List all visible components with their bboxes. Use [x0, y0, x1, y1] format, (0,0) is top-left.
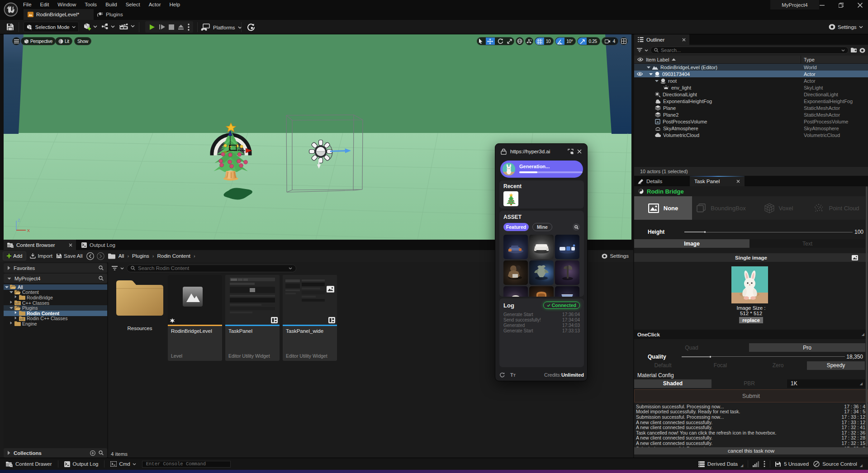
- outliner-row-directionallight[interactable]: DirectionalLight DirectionalLight: [634, 91, 868, 98]
- outliner-row-postprocess[interactable]: PostProcessVolume PostProcessVolume: [634, 118, 868, 125]
- tree-plugins[interactable]: Plugins: [4, 305, 107, 311]
- height-slider-left[interactable]: [684, 232, 704, 232]
- viewport-menu-icon[interactable]: [12, 37, 20, 45]
- mode-voxel-button[interactable]: Voxel: [750, 196, 807, 220]
- asset-thumb-3[interactable]: [555, 235, 579, 259]
- expand-arrow-icon[interactable]: [655, 80, 659, 82]
- tab-outliner[interactable]: Outliner: [634, 34, 689, 45]
- reference-image-bunny[interactable]: [731, 266, 768, 303]
- text-tool-icon[interactable]: TT: [510, 372, 516, 378]
- cancel-task-button[interactable]: cancel this task now: [634, 447, 868, 454]
- asset-thumb-4[interactable]: [503, 260, 528, 285]
- stop-button[interactable]: [169, 24, 174, 30]
- skip-button[interactable]: [159, 24, 166, 30]
- menu-window[interactable]: Window: [57, 2, 76, 7]
- speedy-button[interactable]: Speedy: [807, 361, 865, 370]
- chevron-down-icon[interactable]: [120, 267, 124, 270]
- close-icon[interactable]: [682, 38, 686, 42]
- outliner-row-root[interactable]: root Actor: [634, 77, 868, 84]
- tree-content[interactable]: Content: [4, 290, 107, 295]
- filter-icon[interactable]: [112, 266, 118, 271]
- asset-tile-taskpanel[interactable]: TaskPanel Editor Utility Widget: [225, 275, 280, 361]
- content-drawer-button[interactable]: Content Drawer: [0, 461, 58, 467]
- outliner-row-envlight[interactable]: env_light SkyLight: [634, 84, 868, 91]
- cmd-dropdown[interactable]: Cmd: [104, 461, 142, 467]
- menu-help[interactable]: Help: [170, 2, 180, 7]
- default-button[interactable]: Default: [634, 361, 692, 370]
- outliner-row-world[interactable]: RodinBridgeLevel (Editor) World: [634, 64, 868, 71]
- save-all-button[interactable]: Save All: [56, 253, 83, 259]
- unreal-logo-icon[interactable]: [3, 1, 19, 18]
- hyper3d-floating-window[interactable]: https://hyper3d.ai Generation... Recent …: [495, 143, 588, 381]
- tree-rodinbridge[interactable]: RodinBridge: [4, 295, 107, 300]
- viewport-perspective-dropdown[interactable]: Perspective: [21, 37, 56, 45]
- back-icon[interactable]: [86, 252, 94, 260]
- outliner-search-input[interactable]: Search...: [650, 47, 849, 54]
- asset-tile-resources[interactable]: Resources: [113, 275, 167, 361]
- platforms-dropdown[interactable]: Platforms: [201, 24, 242, 31]
- tab-image[interactable]: Image: [634, 239, 749, 248]
- project-header[interactable]: MyProject4: [4, 274, 107, 283]
- zero-button[interactable]: Zero: [749, 361, 807, 370]
- tab-output-log[interactable]: Output Log: [76, 240, 121, 250]
- tree-rodin-cpp[interactable]: C++ Rodin C++ Classes: [4, 316, 107, 322]
- eye-icon[interactable]: [637, 57, 643, 61]
- refresh-icon[interactable]: [499, 372, 505, 378]
- asset-tile-rodinbridgelevel[interactable]: RodinBridgeLevel Level: [168, 275, 222, 361]
- new-folder-icon[interactable]: [851, 47, 857, 53]
- oneclick-bar[interactable]: OneClick ◢: [634, 330, 868, 339]
- menu-tools[interactable]: Tools: [85, 2, 97, 7]
- search-icon[interactable]: [99, 450, 104, 455]
- viewport-lit-dropdown[interactable]: Lit: [55, 37, 72, 45]
- outliner-settings-icon[interactable]: [859, 47, 865, 53]
- tab-content-browser[interactable]: Content Browser: [4, 240, 76, 250]
- tab-details[interactable]: Details: [634, 176, 690, 186]
- pro-button[interactable]: Pro: [749, 343, 865, 352]
- mode-pointcloud-button[interactable]: Point Cloud: [807, 196, 865, 220]
- derived-data-dropdown[interactable]: Derived Data ◢: [698, 461, 743, 468]
- featured-pill[interactable]: Featured: [503, 223, 529, 231]
- asset-search-button[interactable]: [573, 223, 580, 231]
- hyper3d-title-bar[interactable]: https://hyper3d.ai: [495, 144, 587, 159]
- submit-button[interactable]: Submit: [634, 389, 868, 402]
- tab-text[interactable]: Text: [749, 239, 865, 248]
- single-image-bar[interactable]: Single image: [634, 253, 868, 262]
- asset-thumb-8[interactable]: [529, 286, 554, 297]
- menu-actor[interactable]: Actor: [149, 2, 161, 7]
- generation-status-pill[interactable]: Generation...: [500, 161, 583, 178]
- expand-arrow-icon[interactable]: [647, 66, 650, 69]
- quality-slider-track[interactable]: [711, 356, 845, 357]
- panel-scrollbar[interactable]: [866, 186, 868, 446]
- tab-task-panel[interactable]: Task Panel: [690, 176, 745, 186]
- settings-dropdown[interactable]: Settings: [829, 24, 863, 30]
- source-control-button[interactable]: Source Control ◢: [813, 461, 863, 468]
- import-button[interactable]: Import: [30, 253, 52, 259]
- search-icon[interactable]: [99, 265, 104, 270]
- surface-snap-icon[interactable]: [525, 37, 533, 45]
- menu-file[interactable]: File: [23, 2, 32, 7]
- favorites-header[interactable]: Favorites: [4, 263, 107, 273]
- breadcrumb-plugins[interactable]: Plugins: [132, 253, 149, 259]
- cb-settings-dropdown[interactable]: Settings: [602, 253, 629, 259]
- height-slider-track[interactable]: [706, 232, 853, 232]
- collections-header[interactable]: Collections: [4, 448, 107, 458]
- recompile-icon[interactable]: [247, 23, 255, 31]
- rotate-tool[interactable]: [496, 37, 504, 45]
- rotation-snap-control[interactable]: 10°: [555, 37, 576, 45]
- close-icon[interactable]: [69, 243, 72, 247]
- shaded-button[interactable]: Shaded: [634, 379, 711, 388]
- asset-thumb-1[interactable]: [503, 235, 528, 259]
- pbr-button[interactable]: PBR: [711, 379, 787, 388]
- outliner-row-plane2[interactable]: Plane2 StaticMeshActor: [634, 111, 868, 118]
- quad-button[interactable]: Quad: [634, 343, 749, 352]
- scale-snap-control[interactable]: 0.25: [577, 37, 600, 45]
- world-space-icon[interactable]: [516, 37, 524, 45]
- mine-pill[interactable]: Mine: [532, 223, 552, 231]
- asset-tile-taskpanel-wide[interactable]: TaskPanel_wide Editor Utility Widget: [283, 275, 337, 361]
- play-options-icon[interactable]: [188, 24, 190, 31]
- menu-build[interactable]: Build: [105, 2, 117, 7]
- output-log-button[interactable]: Output Log: [58, 461, 104, 467]
- tree-cpp-classes[interactable]: C++ C++ Classes: [4, 300, 107, 306]
- console-command-input[interactable]: Enter Console Command: [142, 461, 231, 468]
- asset-search-input[interactable]: Search Rodin Content: [127, 265, 296, 272]
